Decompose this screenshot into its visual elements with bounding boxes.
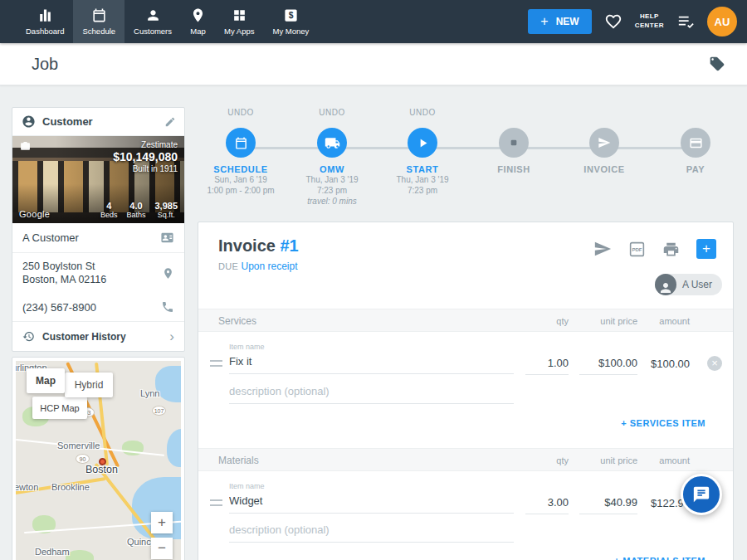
hcp-map-button[interactable]: HCP Map [32, 397, 87, 419]
undo-start-link[interactable]: UNDO [374, 108, 471, 128]
add-services-item-link[interactable]: + SERVICES ITEM [621, 418, 706, 428]
undo-schedule-link[interactable]: UNDO [193, 108, 289, 128]
zestimate-label: Zestimate [113, 140, 178, 149]
beds-label: Beds [100, 211, 118, 219]
property-stats: 4 Beds 4.0 Baths 3,985 Sq.ft. [100, 201, 178, 219]
route-shield: 107 [152, 406, 166, 416]
invoice-number[interactable]: #1 [280, 236, 298, 255]
qty-column-header: qty [556, 455, 569, 465]
step-label: PAY [647, 164, 744, 174]
send-invoice-icon[interactable] [593, 240, 612, 258]
help-center[interactable]: HELP CENTER [635, 12, 664, 31]
customer-card: Customer Zestimate $10,149,080 Built in … [12, 107, 185, 352]
pdf-icon[interactable]: PDF [628, 241, 646, 258]
zoom-out-button[interactable]: − [151, 538, 173, 559]
map-label-somerville: Somerville [57, 441, 100, 450]
heart-icon[interactable] [604, 12, 622, 31]
service-item-name-input[interactable] [229, 355, 514, 374]
material-item-qty[interactable]: 3.00 [525, 496, 569, 514]
remove-service-item-button[interactable]: × [707, 356, 722, 371]
step-label: FINISH [466, 164, 562, 174]
map-label-lynn: Lynn [140, 388, 159, 398]
timeline-step-schedule: UNDO SCHEDULE Sun, Jan 6 '19 1:00 pm - 2… [193, 108, 289, 196]
undo-omw-link[interactable]: UNDO [284, 108, 380, 128]
step-travel: travel: 0 mins [284, 196, 380, 207]
hybrid-button-label: Hybrid [75, 379, 104, 391]
new-button-label: NEW [556, 16, 579, 27]
map-type-button[interactable]: Map [27, 368, 65, 393]
edit-pencil-icon[interactable] [164, 116, 176, 128]
svg-text:PDF: PDF [632, 246, 642, 252]
step-time: 7:23 pm [374, 185, 471, 196]
address-line1: 250 Boylston St [22, 261, 106, 272]
step-date: Sun, Jan 6 '19 [193, 174, 289, 185]
step-label: START [374, 164, 471, 174]
customer-history-label: Customer History [42, 331, 126, 343]
invoice-title-text: Invoice [218, 236, 276, 255]
nav-item-my-money[interactable]: $ My Money [263, 0, 318, 43]
due-value-link[interactable]: Upon receipt [241, 261, 297, 272]
map-pin-icon [190, 7, 206, 23]
nav-item-customers[interactable]: Customers [124, 0, 181, 43]
print-icon[interactable] [662, 241, 680, 258]
undo-spacer [466, 108, 562, 128]
map-button-label: Map [36, 375, 56, 387]
tasks-icon[interactable] [676, 13, 695, 30]
phone-icon[interactable] [161, 300, 174, 314]
add-invoice-button[interactable]: + [696, 239, 716, 259]
assigned-user-chip[interactable]: A User [655, 274, 722, 295]
timeline-step-invoice: INVOICE [556, 108, 652, 174]
new-button[interactable]: + NEW [528, 9, 591, 34]
calendar-icon [91, 7, 107, 23]
nav-item-dashboard[interactable]: Dashboard [17, 0, 73, 43]
nav-item-my-apps[interactable]: My Apps [215, 0, 263, 43]
beds-value: 4 [100, 201, 118, 211]
invoice-step-button[interactable] [589, 128, 619, 158]
chevron-right-icon: › [169, 329, 174, 343]
job-tags-icon[interactable] [709, 56, 725, 72]
material-item-description-input[interactable] [229, 523, 514, 543]
service-item-description-input[interactable] [229, 385, 514, 404]
customer-phone-row: (234) 567-8900 [12, 293, 184, 321]
step-date: Thu, Jan 3 '19 [284, 174, 380, 185]
add-materials-item-link[interactable]: + MATERIALS ITEM [614, 556, 706, 560]
drag-handle-icon[interactable] [210, 499, 222, 506]
location-pin-icon[interactable] [162, 266, 174, 280]
timeline-step-finish: FINISH [466, 108, 562, 174]
qty-column-header: qty [556, 316, 569, 326]
property-photo[interactable]: Zestimate $10,149,080 Built in 1911 4 Be… [12, 136, 184, 223]
pay-step-button[interactable] [681, 128, 710, 158]
nav-item-schedule[interactable]: Schedule [73, 0, 124, 43]
step-label: SCHEDULE [193, 164, 289, 174]
history-icon [22, 330, 35, 343]
map-label-boston: Boston [85, 464, 118, 475]
map-canvas[interactable]: 93 107 90 Burlington Lynn Somerville Bos… [16, 361, 181, 560]
avatar-initials: AU [715, 16, 730, 28]
finish-step-button[interactable] [499, 128, 529, 158]
step-time: 7:23 pm [284, 185, 380, 196]
customer-icon [22, 114, 36, 129]
user-avatar[interactable]: AU [707, 7, 737, 37]
material-item-unit-price[interactable]: $40.99 [579, 496, 637, 514]
item-name-label: Item name [229, 343, 265, 351]
unit-price-column-header: unit price [600, 455, 637, 465]
apps-grid-icon [232, 7, 247, 23]
customer-history-row[interactable]: Customer History › [12, 321, 184, 351]
zoom-in-button[interactable]: + [151, 512, 173, 533]
start-step-button[interactable] [408, 128, 437, 158]
nav-item-map[interactable]: Map [181, 0, 215, 43]
service-item-unit-price[interactable]: $100.00 [579, 357, 637, 375]
item-name-label: Item name [229, 482, 265, 490]
route-shield: 90 [76, 454, 90, 464]
hybrid-type-button[interactable]: Hybrid [65, 373, 113, 397]
material-item-name-input[interactable] [229, 494, 514, 514]
drag-handle-icon[interactable] [210, 360, 222, 367]
unit-price-column-header: unit price [600, 316, 637, 326]
schedule-step-button[interactable] [226, 128, 256, 158]
service-item-qty[interactable]: 1.00 [525, 357, 569, 375]
chat-bubble-button[interactable] [681, 474, 722, 515]
contact-card-icon[interactable] [160, 231, 174, 245]
assigned-user-name: A User [682, 279, 712, 290]
invoice-card: Invoice #1 DUE Upon receipt PDF + A User… [198, 222, 734, 560]
omw-step-button[interactable] [317, 128, 347, 158]
